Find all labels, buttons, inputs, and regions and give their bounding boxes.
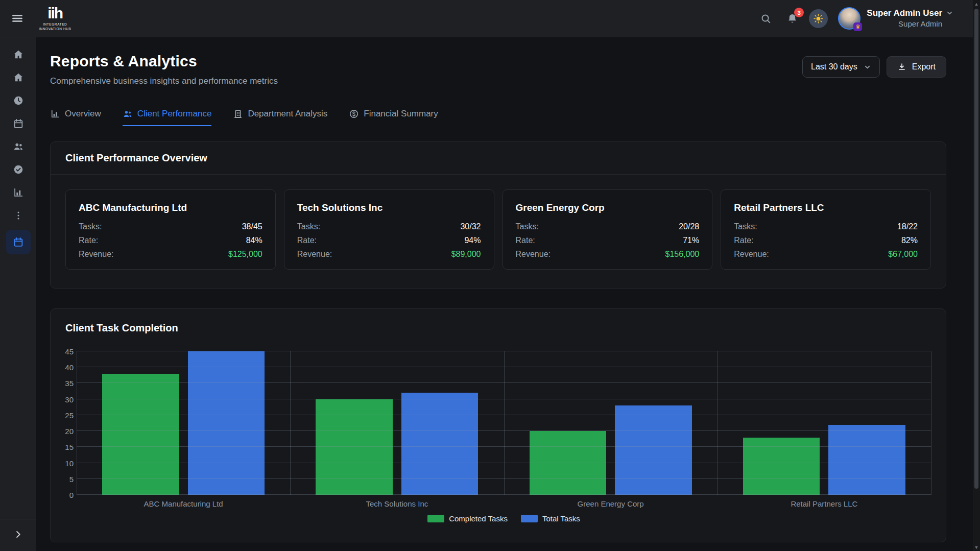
- sidebar-item-calendar[interactable]: [6, 115, 31, 132]
- clients-row: ABC Manufacturing LtdTasks:38/45Rate:84%…: [51, 175, 946, 288]
- sidebar-item-clock[interactable]: [6, 92, 31, 109]
- legend-swatch: [521, 515, 538, 522]
- user-texts: Super Admin User Super Admin: [867, 8, 953, 29]
- client-rate-row: Rate:71%: [516, 236, 700, 245]
- chart-x-labels: ABC Manufacturing LtdTech Solutions IncG…: [77, 499, 931, 508]
- chart-area: 051015202530354045 ABC Manufacturing Ltd…: [77, 351, 931, 523]
- client-name: Retail Partners LLC: [734, 202, 918, 213]
- client-rate-label: Rate:: [734, 236, 753, 245]
- page-header: Reports & Analytics Comprehensive busine…: [50, 53, 946, 86]
- sidebar-item-home[interactable]: [6, 46, 31, 63]
- theme-toggle-button[interactable]: [809, 9, 828, 28]
- tab-client-performance[interactable]: Client Performance: [123, 109, 212, 126]
- overview-card-header: Client Performance Overview: [51, 142, 946, 175]
- sidebar-nav: [6, 37, 31, 254]
- sidebar-item-home[interactable]: [6, 69, 31, 86]
- bar-chart-icon: [50, 109, 60, 119]
- client-tasks-value: 38/45: [242, 222, 262, 231]
- client-rate-value: 71%: [683, 236, 699, 245]
- client-revenue-value: $67,000: [888, 250, 918, 259]
- search-button[interactable]: [756, 9, 775, 28]
- main-content: Reports & Analytics Comprehensive busine…: [36, 37, 960, 551]
- tab-overview[interactable]: Overview: [50, 109, 101, 126]
- sidebar-toggle-button[interactable]: [7, 8, 28, 29]
- client-revenue-row: Revenue:$156,000: [516, 250, 700, 259]
- client-task-completion-card: Client Task Completion 05101520253035404…: [50, 308, 946, 542]
- client-revenue-row: Revenue:$89,000: [297, 250, 481, 259]
- client-tasks-value: 20/28: [679, 222, 699, 231]
- client-revenue-value: $156,000: [665, 250, 700, 259]
- client-revenue-row: Revenue:$125,000: [79, 250, 262, 259]
- bar-completed-tasks-retail-partners-llc: [743, 438, 820, 495]
- dollar-icon: [349, 109, 359, 119]
- client-tasks-value: 30/32: [460, 222, 481, 231]
- sidebar: [0, 37, 36, 551]
- tab-label: Overview: [65, 109, 101, 119]
- y-axis-tick: 10: [58, 459, 74, 467]
- page-subtitle: Comprehensive business insights and perf…: [50, 76, 278, 86]
- client-tasks-value: 18/22: [897, 222, 918, 231]
- bar-total-tasks-tech-solutions-inc: [401, 393, 479, 495]
- sidebar-item-calendar-active[interactable]: [6, 230, 31, 254]
- client-rate-label: Rate:: [516, 236, 535, 245]
- y-axis-tick: 30: [58, 395, 74, 403]
- logo-subtitle: INTEGRATED INNOVATION HUB: [39, 22, 71, 31]
- bar-completed-tasks-green-energy-corp: [530, 431, 607, 495]
- tab-department-analysis[interactable]: Department Analysis: [233, 109, 327, 126]
- bar-group-tech-solutions-inc: [290, 351, 504, 495]
- x-axis-label: Retail Partners LLC: [718, 499, 931, 508]
- calendar-icon: [13, 118, 24, 129]
- sidebar-item-bar-chart[interactable]: [6, 184, 31, 201]
- client-tasks-label: Tasks:: [516, 222, 539, 231]
- y-axis-tick: 25: [58, 411, 74, 419]
- x-axis-label: ABC Manufacturing Ltd: [77, 499, 290, 508]
- dots-vertical-icon: [13, 210, 24, 221]
- chevron-down-icon: [864, 63, 871, 71]
- legend-label: Total Tasks: [542, 514, 580, 523]
- header-actions: Last 30 days Export: [802, 56, 946, 78]
- scrollbar-up-arrow[interactable]: ▲: [973, 0, 980, 8]
- user-name: Super Admin User: [867, 8, 942, 18]
- scrollbar-thumb[interactable]: [974, 9, 978, 489]
- user-menu[interactable]: ♛ Super Admin User Super Admin: [838, 7, 953, 30]
- clock-icon: [13, 95, 24, 106]
- tab-label: Client Performance: [137, 109, 212, 119]
- sidebar-expand-button[interactable]: [9, 526, 28, 542]
- topbar-actions: 3 ♛ Super Admin User Super Admin: [756, 7, 968, 30]
- client-card-tech-solutions-inc: Tech Solutions IncTasks:30/32Rate:94%Rev…: [284, 189, 494, 270]
- scrollbar-down-arrow[interactable]: ▼: [973, 543, 980, 551]
- sidebar-item-check-circle[interactable]: [6, 161, 31, 178]
- client-card-retail-partners-llc: Retail Partners LLCTasks:18/22Rate:82%Re…: [721, 189, 931, 270]
- tab-financial-summary[interactable]: Financial Summary: [349, 109, 438, 126]
- client-tasks-label: Tasks:: [79, 222, 102, 231]
- client-name: Tech Solutions Inc: [297, 202, 481, 213]
- period-select[interactable]: Last 30 days: [802, 56, 880, 78]
- sidebar-item-users[interactable]: [6, 138, 31, 155]
- client-rows: Tasks:38/45Rate:84%Revenue:$125,000: [79, 222, 262, 259]
- client-rate-value: 94%: [464, 236, 481, 245]
- bar-group-abc-manufacturing-ltd: [77, 351, 290, 495]
- logo-subtitle-line2: INNOVATION HUB: [39, 27, 71, 31]
- client-card-abc-manufacturing-ltd: ABC Manufacturing LtdTasks:38/45Rate:84%…: [65, 189, 276, 270]
- client-rate-value: 82%: [901, 236, 918, 245]
- legend-item-completed-tasks: Completed Tasks: [427, 514, 508, 523]
- chevron-down-icon: [946, 9, 953, 17]
- bar-chart-icon: [13, 187, 24, 198]
- crown-badge-icon: ♛: [853, 22, 862, 31]
- tab-label: Financial Summary: [364, 109, 438, 119]
- client-name: Green Energy Corp: [516, 202, 700, 213]
- bar-total-tasks-green-energy-corp: [615, 405, 692, 495]
- notification-badge: 3: [794, 8, 804, 17]
- notifications-button[interactable]: 3: [782, 9, 802, 28]
- y-axis-tick: 40: [58, 363, 74, 372]
- y-axis-tick: 35: [58, 379, 74, 388]
- logo-subtitle-line1: INTEGRATED: [39, 22, 71, 27]
- bar-completed-tasks-tech-solutions-inc: [316, 399, 393, 495]
- bar-groups: [77, 351, 931, 495]
- chart-legend: Completed TasksTotal Tasks: [77, 514, 931, 523]
- sidebar-item-dots-vertical[interactable]: [6, 207, 31, 224]
- export-button[interactable]: Export: [887, 56, 946, 78]
- legend-label: Completed Tasks: [449, 514, 508, 523]
- chart-plot: 051015202530354045: [77, 351, 931, 495]
- y-axis-tick: 20: [58, 427, 74, 436]
